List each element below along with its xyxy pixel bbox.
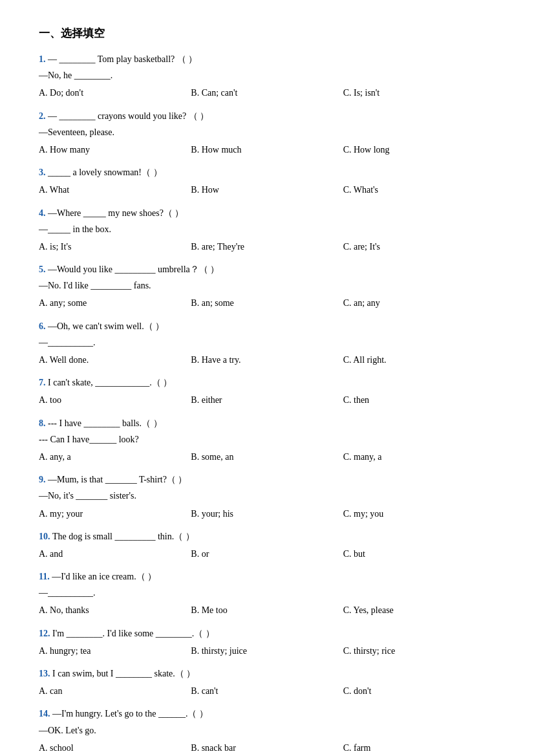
- question-number-9: 9.: [39, 475, 48, 484]
- question-8: 8. --- I have ________ balls.（ ）--- Can …: [39, 415, 495, 466]
- question-14-option-C: C. farm: [343, 740, 495, 756]
- question-4-line-1: 4. —Where _____ my new shoes?（ ）: [39, 205, 495, 221]
- question-number-2: 2.: [39, 111, 48, 121]
- question-14-option-A: A. school: [39, 740, 191, 756]
- question-7-option-B: B. either: [191, 392, 343, 408]
- question-11-text: —I'd like an ice cream.（ ）: [52, 572, 156, 581]
- question-7-text: I can't skate, ____________.（ ）: [48, 378, 172, 387]
- question-9-text: —Mum, is that _______ T-shirt?（ ）: [48, 475, 187, 484]
- question-2-option-B: B. How much: [191, 142, 343, 158]
- question-number-6: 6.: [39, 321, 48, 331]
- question-9-options: A. my; yourB. your; hisC. my; you: [39, 506, 495, 522]
- question-14-line-1: 14. —I'm hungry. Let's go to the ______.…: [39, 706, 495, 722]
- question-5-option-B: B. an; some: [191, 295, 343, 311]
- question-8-line-2: --- Can I have______ look?: [39, 431, 495, 448]
- question-10-option-B: B. or: [191, 546, 343, 562]
- question-9: 9. —Mum, is that _______ T-shirt?（ ）—No,…: [39, 471, 495, 522]
- question-6-option-A: A. Well done.: [39, 352, 191, 368]
- question-4-options: A. is; It'sB. are; They'reC. are; It's: [39, 239, 495, 255]
- question-4-option-B: B. are; They're: [191, 239, 343, 255]
- question-14-options: A. schoolB. snack barC. farm: [39, 740, 495, 756]
- question-number-14: 14.: [39, 709, 52, 718]
- question-number-13: 13.: [39, 669, 52, 678]
- question-11-option-C: C. Yes, please: [343, 602, 495, 618]
- question-14-option-B: B. snack bar: [191, 740, 343, 756]
- question-number-1: 1.: [39, 54, 48, 64]
- question-10: 10. The dog is small _________ thin.（ ）A…: [39, 528, 495, 562]
- question-12: 12. I'm ________. I'd like some ________…: [39, 625, 495, 659]
- section-container: 一、选择填空 1. — ________ Tom play basketball…: [39, 26, 495, 756]
- question-number-8: 8.: [39, 418, 48, 428]
- question-9-line-1: 9. —Mum, is that _______ T-shirt?（ ）: [39, 471, 495, 488]
- question-number-4: 4.: [39, 208, 48, 218]
- question-8-option-B: B. some, an: [191, 449, 343, 465]
- question-11: 11. —I'd like an ice cream.（ ）—_________…: [39, 568, 495, 619]
- question-10-option-C: C. but: [343, 546, 495, 562]
- question-2-text: — ________ crayons would you like? （ ）: [48, 111, 209, 121]
- question-8-options: A. any, aB. some, anC. many, a: [39, 449, 495, 465]
- question-4-line-2: —_____ in the box.: [39, 221, 495, 237]
- question-3-option-A: A. What: [39, 182, 191, 198]
- question-number-7: 7.: [39, 378, 48, 387]
- question-number-3: 3.: [39, 167, 48, 177]
- question-13-option-C: C. don't: [343, 683, 495, 699]
- question-5-option-A: A. any; some: [39, 295, 191, 311]
- question-1-option-C: C. Is; isn't: [343, 85, 495, 101]
- question-5-line-1: 5. —Would you like _________ umbrella？（ …: [39, 261, 495, 277]
- question-13: 13. I can swim, but I ________ skate.（ ）…: [39, 665, 495, 699]
- question-number-11: 11.: [39, 572, 52, 581]
- question-12-options: A. hungry; teaB. thirsty; juiceC. thirst…: [39, 643, 495, 659]
- question-11-line-1: 11. —I'd like an ice cream.（ ）: [39, 568, 495, 585]
- question-5-options: A. any; someB. an; someC. an; any: [39, 295, 495, 311]
- question-3-text: _____ a lovely snowman!（ ）: [48, 167, 162, 177]
- question-10-option-A: A. and: [39, 546, 191, 562]
- question-1: 1. — ________ Tom play basketball? （ ）—N…: [39, 51, 495, 102]
- question-6-option-C: C. All right.: [343, 352, 495, 368]
- question-1-option-B: B. Can; can't: [191, 85, 343, 101]
- questions-container: 1. — ________ Tom play basketball? （ ）—N…: [39, 51, 495, 756]
- question-8-option-A: A. any, a: [39, 449, 191, 465]
- question-12-option-A: A. hungry; tea: [39, 643, 191, 659]
- question-4: 4. —Where _____ my new shoes?（ ）—_____ i…: [39, 205, 495, 255]
- question-13-line-1: 13. I can swim, but I ________ skate.（ ）: [39, 665, 495, 682]
- question-5-line-2: —No. I'd like _________ fans.: [39, 277, 495, 294]
- question-11-option-B: B. Me too: [191, 602, 343, 618]
- question-10-text: The dog is small _________ thin.（ ）: [52, 532, 195, 541]
- question-1-text: — ________ Tom play basketball? （ ）: [48, 54, 197, 64]
- question-7-line-1: 7. I can't skate, ____________.（ ）: [39, 374, 495, 391]
- question-5: 5. —Would you like _________ umbrella？（ …: [39, 261, 495, 312]
- question-14-line-2: —OK. Let's go.: [39, 722, 495, 739]
- question-3: 3. _____ a lovely snowman!（ ）A. WhatB. H…: [39, 164, 495, 198]
- question-8-text: --- I have ________ balls.（ ）: [48, 418, 162, 428]
- question-1-line-2: —No, he ________.: [39, 67, 495, 83]
- question-6-text: —Oh, we can't swim well.（ ）: [48, 321, 164, 331]
- question-11-options: A. No, thanksB. Me tooC. Yes, please: [39, 602, 495, 618]
- question-3-line-1: 3. _____ a lovely snowman!（ ）: [39, 164, 495, 180]
- question-5-text: —Would you like _________ umbrella？（ ）: [48, 265, 219, 274]
- question-6: 6. —Oh, we can't swim well.（ ）—_________…: [39, 318, 495, 369]
- question-2-option-C: C. How long: [343, 142, 495, 158]
- question-6-line-1: 6. —Oh, we can't swim well.（ ）: [39, 318, 495, 334]
- question-number-5: 5.: [39, 265, 48, 274]
- question-2-line-1: 2. — ________ crayons would you like? （ …: [39, 108, 495, 124]
- question-7-option-C: C. then: [343, 392, 495, 408]
- question-11-option-A: A. No, thanks: [39, 602, 191, 618]
- question-9-option-C: C. my; you: [343, 506, 495, 522]
- question-3-options: A. WhatB. HowC. What's: [39, 182, 495, 198]
- question-2: 2. — ________ crayons would you like? （ …: [39, 108, 495, 158]
- question-13-option-A: A. can: [39, 683, 191, 699]
- question-8-line-1: 8. --- I have ________ balls.（ ）: [39, 415, 495, 431]
- question-3-option-B: B. How: [191, 182, 343, 198]
- question-14: 14. —I'm hungry. Let's go to the ______.…: [39, 706, 495, 756]
- question-8-option-C: C. many, a: [343, 449, 495, 465]
- question-9-line-2: —No, it's _______ sister's.: [39, 488, 495, 504]
- question-11-line-2: —__________.: [39, 585, 495, 601]
- question-13-options: A. canB. can'tC. don't: [39, 683, 495, 699]
- question-7: 7. I can't skate, ____________.（ ）A. too…: [39, 374, 495, 408]
- question-2-line-2: —Seventeen, please.: [39, 124, 495, 140]
- question-number-12: 12.: [39, 629, 52, 638]
- question-5-option-C: C. an; any: [343, 295, 495, 311]
- question-4-text: —Where _____ my new shoes?（ ）: [48, 208, 184, 218]
- question-3-option-C: C. What's: [343, 182, 495, 198]
- question-12-line-1: 12. I'm ________. I'd like some ________…: [39, 625, 495, 642]
